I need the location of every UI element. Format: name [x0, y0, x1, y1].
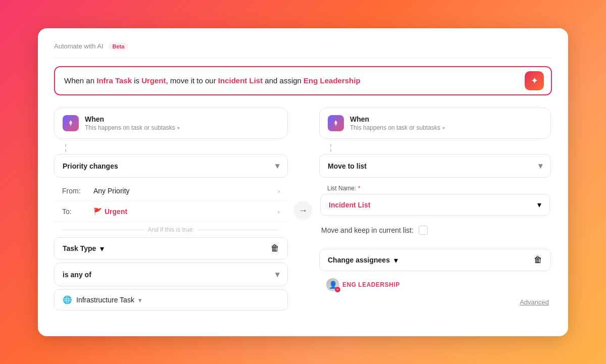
urgent-flag: 🚩: [93, 207, 102, 216]
list-name-required: *: [358, 185, 361, 192]
is-any-of-dropdown[interactable]: is any of ▾: [54, 263, 288, 286]
to-value: 🚩 Urgent: [93, 207, 272, 216]
change-assignees-group: Change assignees ▾: [328, 255, 398, 265]
task-type-label: Task Type: [63, 244, 96, 252]
task-type-delete-icon[interactable]: 🗑: [271, 243, 279, 253]
task-type-chevron: ▾: [100, 244, 104, 253]
priority-changes-label: Priority changes: [63, 162, 118, 170]
ai-input-text: When an Infra Task is Urgent, move it to…: [64, 76, 361, 85]
assignee-name: ENG LEADERSHIP: [342, 281, 400, 288]
section-divider: [319, 244, 551, 249]
arrow-icon: →: [298, 205, 308, 216]
columns-layout: When This happens on task or subtasks ▾ …: [54, 108, 552, 314]
right-when-title: When: [350, 115, 542, 123]
from-value: Any Priority: [93, 187, 272, 195]
highlight-urgent: Urgent: [141, 76, 166, 85]
assignee-badge: 👤 + ENG LEADERSHIP: [319, 274, 551, 295]
left-when-text: When This happens on task or subtasks ▾: [85, 115, 279, 131]
right-when-chevron: ▾: [442, 125, 445, 131]
left-column: When This happens on task or subtasks ▾ …: [54, 108, 288, 314]
priority-changes-chevron: ▾: [275, 161, 279, 171]
left-when-block[interactable]: When This happens on task or subtasks ▾: [54, 108, 288, 139]
from-row[interactable]: From: Any Priority ›: [54, 181, 288, 201]
advanced-link[interactable]: Advanced: [319, 295, 551, 306]
highlight-infra-task: Infra Task: [96, 76, 132, 85]
right-when-subtitle: This happens on task or subtasks ▾: [350, 124, 542, 131]
move-to-list-dropdown[interactable]: Move to list ▾: [319, 154, 551, 178]
right-column: When This happens on task or subtasks ▾ …: [318, 108, 552, 314]
ai-input-box[interactable]: When an Infra Task is Urgent, move it to…: [54, 66, 552, 96]
infra-task-chevron: ▾: [138, 296, 142, 304]
highlight-incident-list: Incident List: [218, 76, 263, 85]
ai-magic-button[interactable]: ✦: [525, 71, 544, 90]
incident-list-dropdown[interactable]: Incident List ▾: [320, 194, 550, 216]
priority-changes-dropdown[interactable]: Priority changes ▾: [54, 154, 288, 178]
incident-list-value: Incident List: [329, 201, 370, 209]
move-keep-checkbox-row[interactable]: Move and keep in current list:: [319, 221, 551, 240]
move-keep-checkbox[interactable]: [419, 226, 428, 235]
main-card: Automate with AI Beta When an Infra Task…: [38, 28, 568, 336]
right-when-icon: [328, 115, 344, 131]
from-label: From:: [62, 187, 87, 195]
move-to-list-chevron: ▾: [538, 161, 542, 171]
is-any-of-label: is any of: [63, 271, 91, 279]
infra-task-label: Infrastructure Task: [76, 296, 134, 304]
to-row[interactable]: To: 🚩 Urgent ›: [54, 201, 288, 222]
to-chevron: ›: [278, 208, 280, 216]
automate-label: Automate with AI: [54, 42, 104, 50]
right-dotted-line-1: [330, 144, 551, 152]
task-type-dropdown[interactable]: Task Type ▾ 🗑: [54, 237, 288, 259]
right-when-block[interactable]: When This happens on task or subtasks ▾: [319, 108, 551, 139]
change-assignees-dropdown[interactable]: Change assignees ▾ 🗑: [319, 249, 551, 271]
change-assignees-chevron: ▾: [394, 255, 398, 265]
incident-list-chevron: ▾: [537, 200, 541, 210]
move-keep-label: Move and keep in current list:: [321, 226, 414, 234]
change-assignees-delete-icon[interactable]: 🗑: [534, 255, 542, 265]
task-type-group: Task Type ▾: [63, 244, 104, 253]
left-dotted-line-1: [65, 144, 288, 152]
from-chevron: ›: [278, 187, 280, 195]
condition-label: And if this is true:: [54, 226, 288, 233]
beta-badge: Beta: [109, 42, 129, 50]
change-assignees-label: Change assignees: [328, 256, 390, 264]
left-when-chevron: ▾: [177, 125, 180, 131]
right-when-text: When This happens on task or subtasks ▾: [350, 115, 542, 131]
assignee-avatar: 👤 +: [326, 278, 339, 291]
highlight-eng-leadership: Eng Leadership: [304, 76, 361, 85]
arrow-circle: →: [293, 201, 313, 220]
top-bar: Automate with AI Beta: [54, 42, 552, 58]
avatar-plus-icon: +: [335, 287, 340, 292]
arrow-column: →: [288, 108, 318, 314]
left-when-icon: [63, 115, 79, 131]
is-any-of-chevron: ▾: [275, 270, 279, 279]
move-to-list-label: Move to list: [328, 162, 367, 170]
magic-icon: ✦: [531, 75, 538, 86]
left-when-title: When: [85, 115, 279, 123]
to-label: To:: [62, 207, 87, 216]
left-when-subtitle: This happens on task or subtasks ▾: [85, 124, 279, 131]
infra-task-row[interactable]: 🌐 Infrastructure Task ▾: [54, 289, 288, 310]
globe-icon: 🌐: [63, 295, 72, 304]
list-name-label: List Name: *: [327, 185, 543, 192]
